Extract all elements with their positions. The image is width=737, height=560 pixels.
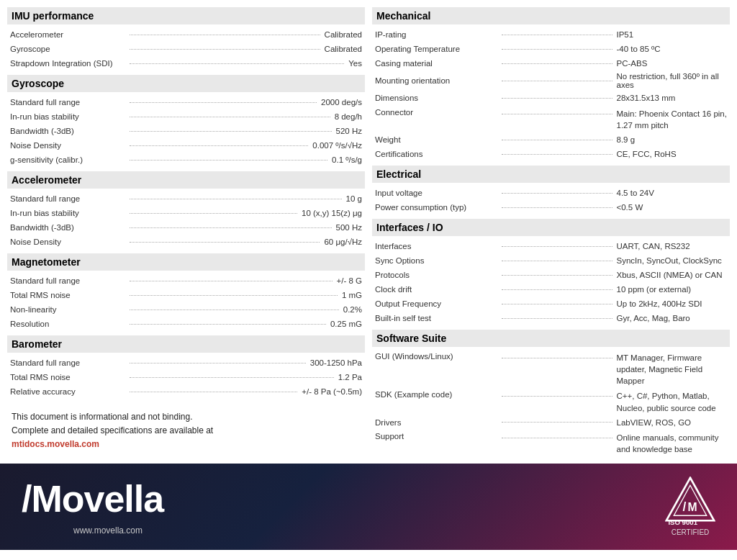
note-box: This document is informational and not b… — [7, 406, 365, 456]
table-row: Operating Temperature -40 to 85 ºC — [372, 42, 730, 56]
table-row: Protocols Xbus, ASCII (NMEA) or CAN — [372, 268, 730, 282]
table-row: Weight 8.9 g — [372, 132, 730, 147]
table-row: Mounting orientation No restriction, ful… — [372, 71, 730, 91]
accelerometer-header: Accelerometer — [7, 171, 365, 189]
interfaces-header: Interfaces / IO — [372, 219, 730, 236]
imu-rows: Accelerometer Calibrated Gyroscope Calib… — [7, 27, 365, 71]
table-row: Interfaces UART, CAN, RS232 — [372, 239, 730, 253]
table-row: Bandwidth (-3dB) 500 Hz — [7, 220, 365, 235]
table-row: Drivers LabVIEW, ROS, GO — [372, 415, 730, 430]
table-row: Standard full range 2000 deg/s — [7, 95, 365, 109]
svg-marker-1 — [666, 478, 715, 521]
table-row: Sync Options SyncIn, SyncOut, ClockSync — [372, 253, 730, 268]
mechanical-rows: IP-rating IP51 Operating Temperature -40… — [372, 27, 730, 161]
gyro-rows: Standard full range 2000 deg/s In-run bi… — [7, 95, 365, 167]
footer-logo: /Movella www.movella.com — [22, 477, 194, 536]
table-row: Relative accuracy +/- 8 Pa (~0.5m) — [7, 384, 365, 399]
table-row: Resolution 0.25 mG — [7, 317, 365, 331]
iso-badge: / M ISO 9001 CERTIFIED — [665, 477, 715, 536]
connector-row: Connector Main: Phoenix Contact 16 pin, … — [372, 105, 730, 132]
table-row: In-run bias stability 8 deg/h — [7, 109, 365, 124]
iso-icon-svg: / M ISO 9001 — [665, 477, 715, 527]
software-rows: GUI (Windows/Linux) MT Manager, Firmware… — [372, 350, 730, 456]
table-row: SDK (Example code) C++, C#, Python, Matl… — [372, 388, 730, 415]
electrical-rows: Input voltage 4.5 to 24V Power consumpti… — [372, 186, 730, 214]
gyroscope-header: Gyroscope — [7, 75, 365, 92]
barometer-header: Barometer — [7, 335, 365, 353]
mag-rows: Standard full range +/- 8 G Total RMS no… — [7, 274, 365, 331]
table-row: Power consumption (typ) <0.5 W — [372, 200, 730, 214]
note-line1: This document is informational and not b… — [12, 412, 192, 422]
svg-text:M: M — [688, 501, 697, 513]
mechanical-header: Mechanical — [372, 7, 730, 24]
table-row: Accelerometer Calibrated — [7, 27, 365, 42]
table-row: IP-rating IP51 — [372, 27, 730, 42]
table-row: Built-in self test Gyr, Acc, Mag, Baro — [372, 311, 730, 325]
table-row: Standard full range 10 g — [7, 191, 365, 206]
table-row: Noise Density 0.007 º/s/√Hz — [7, 138, 365, 153]
table-row: GUI (Windows/Linux) MT Manager, Firmware… — [372, 350, 730, 388]
table-row: Total RMS noise 1.2 Pa — [7, 370, 365, 384]
table-row: Output Frequency Up to 2kHz, 400Hz SDI — [372, 297, 730, 311]
right-column: Mechanical IP-rating IP51 Operating Temp… — [372, 7, 730, 456]
table-row: Strapdown Integration (SDI) Yes — [7, 56, 365, 71]
table-row: Gyroscope Calibrated — [7, 42, 365, 56]
table-row: Standard full range +/- 8 G — [7, 274, 365, 288]
table-row: Non-linearity 0.2% — [7, 302, 365, 317]
logo-text: /Movella — [22, 477, 194, 524]
table-row: Dimensions 28x31.5x13 mm — [372, 91, 730, 105]
table-row: Standard full range 300-1250 hPa — [7, 356, 365, 370]
iso-certified-label: CERTIFIED — [672, 528, 710, 536]
table-row: g-sensitivity (calibr.) 0.1 º/s/g — [7, 153, 365, 167]
table-row: Certifications CE, FCC, RoHS — [372, 147, 730, 161]
footer: /Movella www.movella.com / M ISO 9001 CE… — [0, 464, 737, 550]
svg-text:/Movella: /Movella — [22, 478, 165, 517]
footer-url: www.movella.com — [73, 525, 143, 536]
table-row: Clock drift 10 ppm (or external) — [372, 282, 730, 297]
table-row: Support Online manuals, community and kn… — [372, 430, 730, 456]
imu-header: IMU performance — [7, 7, 365, 24]
table-row: Noise Density 60 μg/√Hz — [7, 235, 365, 249]
table-row: Casing material PC-ABS — [372, 56, 730, 71]
svg-text:ISO 9001: ISO 9001 — [668, 518, 697, 526]
table-row: In-run bias stability 10 (x,y) 15(z) μg — [7, 206, 365, 220]
note-line2: Complete and detailed specifications are… — [12, 425, 213, 435]
accel-rows: Standard full range 10 g In-run bias sta… — [7, 191, 365, 249]
svg-text:/: / — [683, 500, 687, 514]
magnetometer-header: Magnetometer — [7, 253, 365, 271]
baro-rows: Standard full range 300-1250 hPa Total R… — [7, 356, 365, 399]
movella-logo-svg: /Movella — [22, 477, 194, 517]
note-link[interactable]: mtidocs.movella.com — [12, 439, 99, 449]
table-row: Input voltage 4.5 to 24V — [372, 186, 730, 200]
table-row: Bandwidth (-3dB) 520 Hz — [7, 124, 365, 138]
electrical-header: Electrical — [372, 166, 730, 183]
table-row: Total RMS noise 1 mG — [7, 288, 365, 302]
software-header: Software Suite — [372, 330, 730, 347]
interfaces-rows: Interfaces UART, CAN, RS232 Sync Options… — [372, 239, 730, 325]
left-column: IMU performance Accelerometer Calibrated… — [7, 7, 365, 456]
